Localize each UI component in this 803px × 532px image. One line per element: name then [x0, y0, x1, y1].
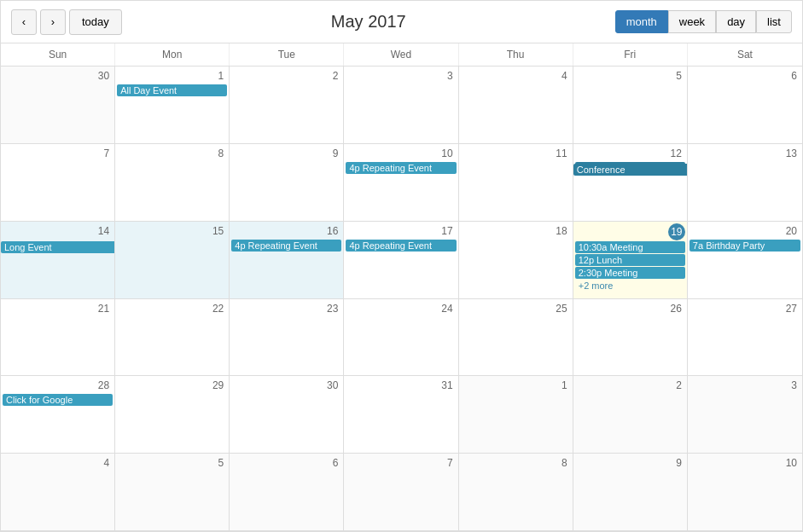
- date-number: 4: [3, 455, 113, 471]
- date-number: 2: [575, 378, 685, 393]
- date-number: 17: [346, 223, 456, 239]
- calendar-event[interactable]: +2 more: [575, 280, 685, 292]
- calendar-cell[interactable]: 30: [1, 66, 115, 144]
- calendar-event[interactable]: 12p Lunch: [575, 254, 685, 266]
- calendar-cell[interactable]: 27: [688, 299, 802, 377]
- calendar-cell[interactable]: 2: [230, 66, 344, 144]
- calendar-event[interactable]: Click for Google: [3, 394, 113, 406]
- calendar-event[interactable]: 7a Birthday Party: [690, 240, 800, 252]
- calendar-cell[interactable]: 15: [115, 222, 230, 299]
- view-month-button[interactable]: month: [615, 10, 668, 33]
- calendar-cell[interactable]: 11: [459, 144, 573, 222]
- date-number: 10: [690, 455, 800, 471]
- day-header-mon: Mon: [115, 43, 230, 66]
- date-number: 26: [575, 301, 685, 316]
- calendar-cell[interactable]: 1: [459, 376, 573, 454]
- prev-button[interactable]: ‹: [11, 9, 37, 35]
- calendar-container: ‹ › today May 2017 month week day list S…: [0, 0, 803, 532]
- view-day-button[interactable]: day: [716, 10, 756, 33]
- calendar-cell[interactable]: 3: [344, 66, 458, 144]
- calendar-cell[interactable]: 10: [688, 454, 802, 531]
- date-number: 2: [231, 68, 341, 84]
- calendar-cell[interactable]: 1910:30a Meeting12p Lunch2:30p Meeting+2…: [573, 222, 688, 299]
- day-header-wed: Wed: [344, 43, 458, 66]
- day-header-sun: Sun: [1, 43, 115, 66]
- day-header-tue: Tue: [230, 43, 344, 66]
- calendar-event[interactable]: 4p Repeating Event: [346, 162, 456, 174]
- calendar-cell[interactable]: 4: [1, 454, 115, 531]
- calendar-cell[interactable]: 4: [459, 66, 573, 144]
- calendar-cell[interactable]: 23: [230, 299, 344, 377]
- long-event[interactable]: Long Event: [1, 241, 115, 253]
- next-button[interactable]: ›: [40, 9, 66, 35]
- day-header-fri: Fri: [573, 43, 688, 66]
- date-number: 29: [117, 378, 227, 393]
- calendar-cell[interactable]: 164p Repeating Event: [230, 222, 344, 299]
- calendar-cell[interactable]: 25: [459, 299, 573, 377]
- calendar-cell[interactable]: 22: [115, 299, 230, 377]
- calendar-cell[interactable]: 5: [115, 454, 230, 531]
- date-number: 30: [231, 378, 341, 393]
- date-number: 6: [231, 455, 341, 471]
- calendar-cell[interactable]: 9: [230, 144, 344, 222]
- calendar-cell[interactable]: 6: [688, 66, 802, 144]
- date-number: 27: [690, 301, 800, 316]
- calendar-cell[interactable]: 29: [115, 376, 230, 454]
- calendar-cell[interactable]: 174p Repeating Event: [344, 222, 458, 299]
- today-button[interactable]: today: [69, 9, 122, 35]
- calendar-cell[interactable]: 14Long Event: [1, 222, 115, 299]
- calendar-cell[interactable]: 9: [573, 454, 688, 531]
- view-week-button[interactable]: week: [668, 10, 716, 33]
- calendar-event[interactable]: 4p Repeating Event: [231, 240, 341, 252]
- calendar-cell[interactable]: 8: [459, 454, 573, 531]
- date-number: 16: [231, 223, 341, 239]
- day-header-sat: Sat: [688, 43, 802, 66]
- calendar-cell[interactable]: 30: [230, 376, 344, 454]
- date-number: 8: [461, 455, 571, 471]
- date-number: 11: [461, 146, 571, 161]
- calendar-cell[interactable]: 3: [688, 376, 802, 454]
- calendar-event[interactable]: 4p Repeating Event: [346, 240, 456, 252]
- calendar-cell[interactable]: 21: [1, 299, 115, 377]
- calendar-cell[interactable]: 28Click for Google: [1, 376, 115, 454]
- calendar-cell[interactable]: 104p Repeating Event: [344, 144, 458, 222]
- date-number: 5: [117, 455, 227, 471]
- day-headers: Sun Mon Tue Wed Thu Fri Sat: [1, 43, 802, 66]
- calendar-cell[interactable]: 24: [344, 299, 458, 377]
- date-number: 30: [3, 68, 113, 84]
- date-number: 13: [690, 146, 800, 161]
- calendar-event[interactable]: All Day Event: [117, 84, 227, 96]
- date-number: 10: [346, 146, 456, 161]
- calendar-cell[interactable]: 31: [344, 376, 458, 454]
- date-number: 21: [3, 301, 113, 316]
- calendar-cell[interactable]: 12ConferenceConference: [573, 144, 688, 222]
- date-number: 1: [461, 378, 571, 393]
- calendar-cell[interactable]: 5: [573, 66, 688, 144]
- calendar-cell[interactable]: 7: [344, 454, 458, 531]
- calendar-cell[interactable]: 18: [459, 222, 573, 299]
- date-number: 6: [690, 68, 800, 84]
- calendar-event[interactable]: 2:30p Meeting: [575, 267, 685, 279]
- calendar-event[interactable]: 10:30a Meeting: [575, 241, 685, 253]
- date-number: 7: [346, 455, 456, 471]
- calendar-grid: 301All Day Event23456789104p Repeating E…: [1, 66, 802, 531]
- conference-event[interactable]: Conference: [573, 164, 688, 176]
- calendar-title: May 2017: [331, 12, 406, 32]
- calendar-cell[interactable]: 7: [1, 144, 115, 222]
- date-number: 3: [690, 378, 800, 393]
- date-number: 8: [117, 146, 227, 161]
- calendar-cell[interactable]: 2: [573, 376, 688, 454]
- calendar-cell[interactable]: 1All Day Event: [115, 66, 230, 144]
- day-header-thu: Thu: [459, 43, 573, 66]
- view-buttons: month week day list: [615, 10, 792, 33]
- calendar-cell[interactable]: 6: [230, 454, 344, 531]
- calendar-cell[interactable]: 8: [115, 144, 230, 222]
- calendar-cell[interactable]: 13: [688, 144, 802, 222]
- calendar-cell[interactable]: 207a Birthday Party: [688, 222, 802, 299]
- date-number: 5: [575, 68, 685, 84]
- calendar-cell[interactable]: 26: [573, 299, 688, 377]
- view-list-button[interactable]: list: [756, 10, 792, 33]
- date-number: 9: [575, 455, 685, 471]
- date-number: 12: [575, 146, 685, 161]
- date-number: 1: [117, 68, 227, 84]
